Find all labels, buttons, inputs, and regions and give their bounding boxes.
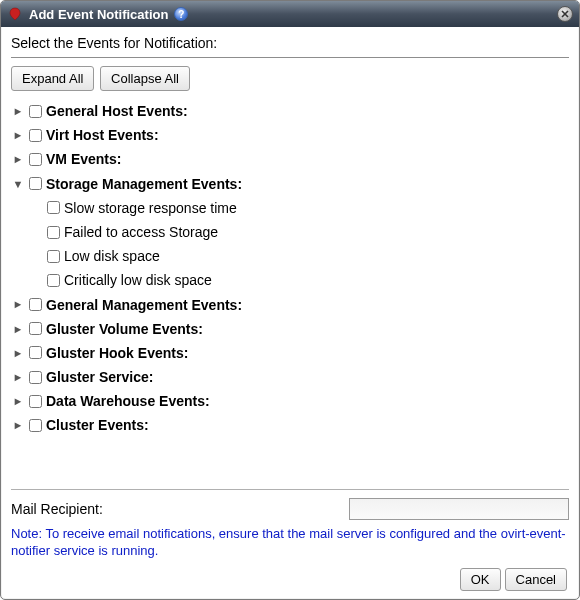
dialog-body: Select the Events for Notification: Expa…	[1, 27, 579, 599]
item-checkbox[interactable]	[47, 201, 60, 214]
chevron-right-icon[interactable]: ►	[11, 346, 25, 360]
tree-category: ►Gluster Volume Events:	[11, 317, 569, 341]
add-event-notification-dialog: Add Event Notification ? Select the Even…	[0, 0, 580, 600]
chevron-right-icon[interactable]: ►	[11, 394, 25, 408]
tree-category: ▼Storage Management Events:	[11, 172, 569, 196]
category-checkbox[interactable]	[29, 298, 42, 311]
category-label: Gluster Service:	[46, 368, 153, 386]
titlebar: Add Event Notification ?	[1, 1, 579, 27]
chevron-right-icon[interactable]: ►	[11, 370, 25, 384]
note-text: Note: To receive email notifications, en…	[11, 526, 569, 566]
help-icon[interactable]: ?	[174, 7, 188, 21]
category-label: Virt Host Events:	[46, 126, 159, 144]
chevron-right-icon[interactable]: ►	[11, 418, 25, 432]
mail-recipient-label: Mail Recipient:	[11, 501, 103, 517]
event-tree: ►General Host Events:►Virt Host Events:►…	[11, 95, 569, 487]
category-checkbox[interactable]	[29, 177, 42, 190]
chevron-right-icon[interactable]: ►	[11, 152, 25, 166]
category-checkbox[interactable]	[29, 129, 42, 142]
chevron-right-icon[interactable]: ►	[11, 104, 25, 118]
mail-recipient-row: Mail Recipient:	[11, 496, 569, 526]
tree-item: Slow storage response time	[11, 196, 569, 220]
item-checkbox[interactable]	[47, 226, 60, 239]
tree-category: ►Cluster Events:	[11, 413, 569, 437]
category-label: Gluster Volume Events:	[46, 320, 203, 338]
mail-recipient-input[interactable]	[349, 498, 569, 520]
toolbar: Expand All Collapse All	[11, 66, 569, 91]
instruction-text: Select the Events for Notification:	[11, 33, 569, 58]
tree-category: ►VM Events:	[11, 147, 569, 171]
tree-category: ►Virt Host Events:	[11, 123, 569, 147]
cancel-button[interactable]: Cancel	[505, 568, 567, 591]
category-label: General Management Events:	[46, 296, 242, 314]
separator	[11, 489, 569, 490]
item-checkbox[interactable]	[47, 250, 60, 263]
app-logo-icon	[7, 6, 23, 22]
item-label: Failed to access Storage	[64, 223, 218, 241]
tree-category: ►Gluster Service:	[11, 365, 569, 389]
item-label: Critically low disk space	[64, 271, 212, 289]
tree-category: ►General Host Events:	[11, 99, 569, 123]
tree-category: ►Gluster Hook Events:	[11, 341, 569, 365]
tree-item: Low disk space	[11, 244, 569, 268]
expand-all-button[interactable]: Expand All	[11, 66, 94, 91]
collapse-all-button[interactable]: Collapse All	[100, 66, 190, 91]
category-checkbox[interactable]	[29, 346, 42, 359]
category-label: General Host Events:	[46, 102, 188, 120]
chevron-right-icon[interactable]: ►	[11, 322, 25, 336]
category-label: Storage Management Events:	[46, 175, 242, 193]
tree-category: ►Data Warehouse Events:	[11, 389, 569, 413]
tree-category: ►General Management Events:	[11, 293, 569, 317]
close-icon[interactable]	[557, 6, 573, 22]
dialog-title: Add Event Notification	[29, 7, 168, 22]
category-label: VM Events:	[46, 150, 121, 168]
dialog-buttons: OK Cancel	[11, 566, 569, 595]
category-checkbox[interactable]	[29, 105, 42, 118]
chevron-right-icon[interactable]: ►	[11, 128, 25, 142]
chevron-right-icon[interactable]: ►	[11, 297, 25, 311]
category-checkbox[interactable]	[29, 322, 42, 335]
tree-item: Failed to access Storage	[11, 220, 569, 244]
category-checkbox[interactable]	[29, 419, 42, 432]
chevron-down-icon[interactable]: ▼	[11, 177, 25, 191]
item-checkbox[interactable]	[47, 274, 60, 287]
category-checkbox[interactable]	[29, 153, 42, 166]
category-checkbox[interactable]	[29, 395, 42, 408]
category-checkbox[interactable]	[29, 371, 42, 384]
category-label: Cluster Events:	[46, 416, 149, 434]
ok-button[interactable]: OK	[460, 568, 501, 591]
item-label: Slow storage response time	[64, 199, 237, 217]
category-label: Data Warehouse Events:	[46, 392, 210, 410]
item-label: Low disk space	[64, 247, 160, 265]
category-label: Gluster Hook Events:	[46, 344, 188, 362]
tree-item: Critically low disk space	[11, 268, 569, 292]
